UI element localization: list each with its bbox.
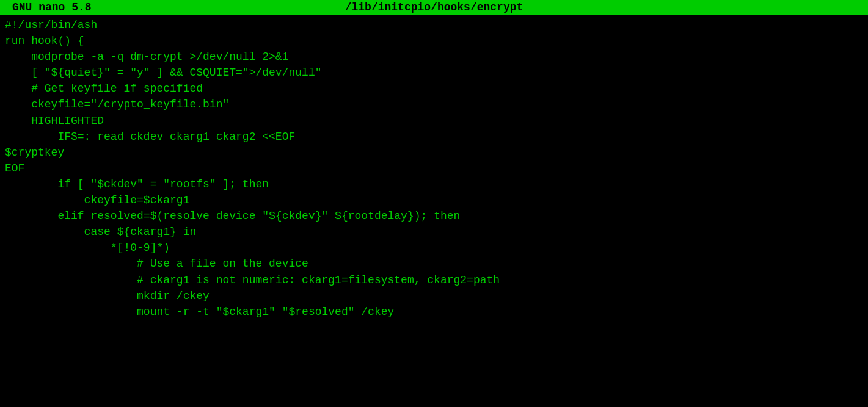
code-line: ckeyfile="/crypto_keyfile.bin" bbox=[5, 96, 863, 112]
code-line: HIGHLIGHTED bbox=[5, 113, 863, 129]
code-line: case ${ckarg1} in bbox=[5, 224, 863, 240]
code-line: if [ "$ckdev" = "rootfs" ]; then bbox=[5, 176, 863, 192]
code-line: [ "${quiet}" = "y" ] && CSQUIET=">/dev/n… bbox=[5, 65, 863, 81]
code-line: mkdir /ckey bbox=[5, 288, 863, 304]
code-line: EOF bbox=[5, 160, 863, 176]
code-line: $cryptkey bbox=[5, 145, 863, 160]
code-line: ckeyfile=$ckarg1 bbox=[5, 192, 863, 208]
code-line: # Get keyfile if specified bbox=[5, 81, 863, 96]
code-line: #!/usr/bin/ash bbox=[5, 17, 863, 33]
code-line: modprobe -a -q dm-crypt >/dev/null 2>&1 bbox=[5, 49, 863, 65]
code-line: # ckarg1 is not numeric: ckarg1=filesyst… bbox=[5, 272, 863, 288]
code-line: # Use a file on the device bbox=[5, 256, 863, 272]
app-name: GNU nano 5.8 bbox=[12, 1, 223, 13]
code-line: *[!0-9]*) bbox=[5, 240, 863, 256]
code-line: elif resolved=$(resolve_device "${ckdev}… bbox=[5, 208, 863, 224]
title-bar: GNU nano 5.8 /lib/initcpio/hooks/encrypt bbox=[0, 0, 868, 15]
code-line: mount -r -t "$ckarg1" "$resolved" /ckey bbox=[5, 304, 863, 320]
editor-content: #!/usr/bin/ashrun_hook() { modprobe -a -… bbox=[0, 15, 868, 322]
code-line: run_hook() { bbox=[5, 33, 863, 49]
code-line: IFS=: read ckdev ckarg1 ckarg2 <<EOF bbox=[5, 129, 863, 145]
file-path: /lib/initcpio/hooks/encrypt bbox=[223, 1, 645, 13]
